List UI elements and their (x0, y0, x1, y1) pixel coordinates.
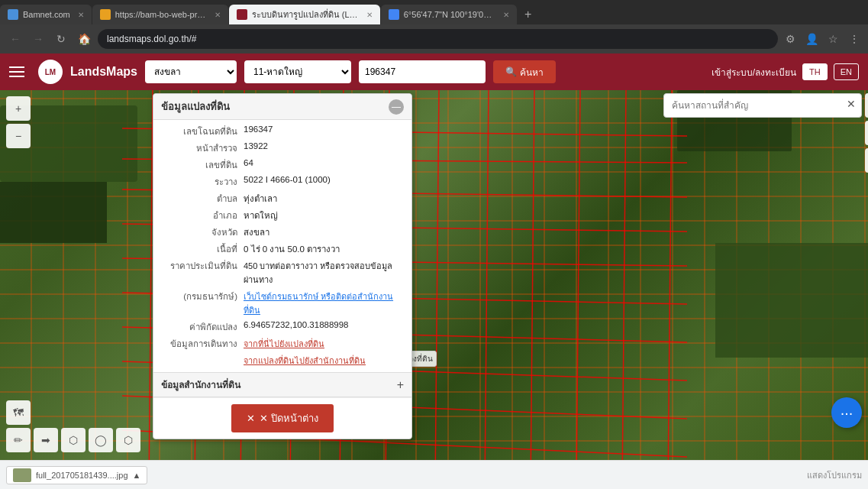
info-row-coords: ค่าพิกัดแปลง 6.94657232,100.31888998 (153, 319, 411, 335)
field-value-subdistrict: ทุ่งตำเลา (244, 192, 405, 206)
tab-close[interactable]: ✕ (215, 11, 221, 19)
tab-landsmaps[interactable]: ระบบดินทารูปแปลงที่ดิน (LandsMaps... ✕ (229, 5, 380, 24)
field-label-survey: หน้าสำรวจ (160, 141, 244, 155)
address-bar-row: ← → ↻ 🏠 ⚙ 👤 ☆ ⋮ (0, 24, 868, 53)
bottom-left-tools: 🗺 ✏ ➡ ⬡ ◯ ⬡ (6, 400, 140, 452)
back-button[interactable]: ← (6, 30, 24, 48)
home-button[interactable]: 🏠 (75, 30, 93, 48)
info-row-direction2: จากแปลงที่ดินไปยังสำนักงานที่ดิน (153, 352, 411, 369)
app-logo-text: LandsMaps (70, 65, 137, 79)
field-label-province: จังหวัด (160, 225, 244, 239)
tab-favicon-landsmaps (237, 9, 247, 20)
field-value-price: 450 บาทต่อตารางวา หรือตรวจสอบข้อมูลผ่านท… (244, 259, 405, 287)
search-icon: 🔍 (505, 66, 517, 77)
address-bar[interactable] (98, 29, 778, 49)
field-value-direction2[interactable]: จากแปลงที่ดินไปยังสำนักงานที่ดิน (244, 354, 405, 368)
zoom-out-button[interactable]: − (6, 124, 31, 148)
draw-point-tool[interactable]: ✏ (6, 428, 31, 452)
tab-favicon (100, 9, 111, 20)
lang-th-button[interactable]: TH (802, 63, 828, 80)
forward-button[interactable]: → (29, 30, 47, 48)
parcel-number-input[interactable] (359, 60, 486, 83)
tab-google[interactable]: 6°56'47.7"N 100°19'07.7"E - Goo... ✕ (381, 5, 517, 24)
field-label-coords: ค่าพิกัดแปลง (160, 320, 244, 334)
draw-circle-tool[interactable]: ◯ (89, 428, 113, 452)
panel-minimize-button[interactable]: — (389, 99, 404, 115)
layers-button[interactable]: ⊞ (865, 93, 868, 118)
draw-line-tool[interactable]: ➡ (34, 428, 58, 452)
left-tools: + − (6, 96, 31, 148)
tab-label: Bamnet.com (23, 10, 70, 19)
hamburger-line (9, 66, 24, 68)
new-tab-button[interactable]: + (518, 5, 539, 24)
field-value-mapsheet: 5022 I 4666-01 (1000) (244, 175, 405, 189)
app-container: LM LandsMaps สงขลา 11-หาดใหญ่ 🔍 ค้นหา เข… (0, 53, 868, 489)
draw-polygon-tool[interactable]: ⬡ (61, 428, 86, 452)
more-icon: ··· (841, 404, 853, 422)
info-row-direction1: ข้อมูลการเดินทาง จากที่นี่ไปยังแปลงที่ดิ… (153, 335, 411, 352)
tab-favicon-google (389, 9, 399, 20)
menu-icon[interactable]: ⋮ (847, 31, 862, 47)
tool-row-1: 🗺 (6, 400, 140, 425)
search-place-input[interactable] (663, 93, 862, 118)
tool-row-2: ✏ ➡ ⬡ ◯ ⬡ (6, 428, 140, 452)
info-row-district: อำเภอ หาดใหญ่ (153, 207, 411, 224)
tab-close-google[interactable]: ✕ (503, 11, 509, 19)
close-area-button[interactable]: ✕ ✕ ปิดหน้าต่าง (231, 404, 334, 432)
hamburger-line (9, 71, 24, 73)
login-text[interactable]: เข้าสู่ระบบ/ลงทะเบียน (712, 65, 796, 79)
hamburger-menu[interactable] (9, 61, 31, 83)
tab-close-landsmaps[interactable]: ✕ (366, 11, 373, 19)
header-right: เข้าสู่ระบบ/ลงทะเบียน TH EN (712, 63, 859, 80)
select-tool[interactable]: ⬡ (116, 428, 140, 452)
field-label-area: เนื้อที่ (160, 242, 244, 256)
map-layer-tool[interactable]: 🗺 (6, 400, 31, 425)
section2-expand-button[interactable]: + (397, 378, 404, 392)
tab-bam[interactable]: https://bam-bo-web-prd.bam.co... ✕ (92, 5, 228, 24)
right-search-panel: ✕ ⊞ ⊞ ⧈ (663, 93, 862, 118)
search-button[interactable]: 🔍 ค้นหา (493, 60, 556, 83)
thumbnail-preview[interactable]: full_201705181439....jpg ▲ (6, 466, 147, 484)
info-panel: ข้อมูลแปลงที่ดิน — เลขโฉนดที่ดิน 196347 … (153, 93, 412, 439)
tab-label: https://bam-bo-web-prd.bam.co... (115, 10, 207, 19)
field-label-parcel: เลขโฉนดที่ดิน (160, 125, 244, 138)
field-value-coords: 6.94657232,100.31888998 (244, 320, 405, 334)
tab-label-landsmaps: ระบบดินทารูปแปลงที่ดิน (LandsMaps... (252, 8, 359, 21)
filter-button[interactable]: ⧈ (865, 148, 868, 173)
extensions-icon[interactable]: ⚙ (782, 31, 798, 47)
chevron-up-icon: ▲ (133, 471, 141, 480)
profile-icon[interactable]: 👤 (804, 31, 819, 47)
field-label-treasury: (กรมธนารักษ์) (160, 290, 244, 317)
field-value-land: 64 (244, 158, 405, 172)
lang-en-button[interactable]: EN (834, 63, 859, 80)
bottom-right-info: แสดงโปรแกรม (807, 468, 862, 482)
info-row-province: จังหวัด สงขลา (153, 224, 411, 241)
field-value-province: สงขลา (244, 225, 405, 239)
show-map-label[interactable]: แสดงโปรแกรม (807, 468, 862, 482)
province-select[interactable]: สงขลา (145, 60, 237, 83)
section2-title: ข้อมูลสำนักงานที่ดิน (161, 377, 240, 392)
zoom-in-button[interactable]: + (6, 96, 31, 121)
info-panel-header: ข้อมูลแปลงที่ดิน — (153, 94, 411, 120)
field-value-treasury[interactable]: เว็บไซต์กรมธนารักษ์ หรือติดต่อสำนักงานที… (244, 290, 405, 317)
tab-bar: Bamnet.com ✕ https://bam-bo-web-prd.bam.… (0, 0, 868, 24)
bottom-bar: full_201705181439....jpg ▲ แสดงโปรแกรม (0, 460, 868, 489)
info-row-area: เนื้อที่ 0 ไร่ 0 งาน 50.0 ตารางวา (153, 241, 411, 257)
tab-bamnet[interactable]: Bamnet.com ✕ (0, 5, 92, 24)
hamburger-line (9, 76, 24, 77)
browser-chrome: Bamnet.com ✕ https://bam-bo-web-prd.bam.… (0, 0, 868, 53)
field-value-survey: 13922 (244, 141, 405, 155)
thumbnail-filename: full_201705181439....jpg (36, 471, 128, 480)
field-value-direction1[interactable]: จากที่นี่ไปยังแปลงที่ดิน (244, 337, 405, 351)
section2-header: ข้อมูลสำนักงานที่ดิน + (153, 372, 411, 397)
bookmark-icon[interactable]: ☆ (825, 31, 841, 47)
map-controls: ⊞ ⊞ ⧈ (865, 93, 868, 173)
district-select[interactable]: 11-หาดใหญ่ (244, 60, 351, 83)
refresh-button[interactable]: ↻ (52, 30, 70, 48)
field-value-parcel: 196347 (244, 125, 405, 138)
more-options-button[interactable]: ··· (831, 397, 862, 428)
search-clear-button[interactable]: ✕ (847, 98, 856, 110)
tab-close[interactable]: ✕ (78, 11, 84, 19)
tab-label-google: 6°56'47.7"N 100°19'07.7"E - Goo... (404, 10, 495, 19)
grid-button[interactable]: ⊞ (865, 121, 868, 145)
